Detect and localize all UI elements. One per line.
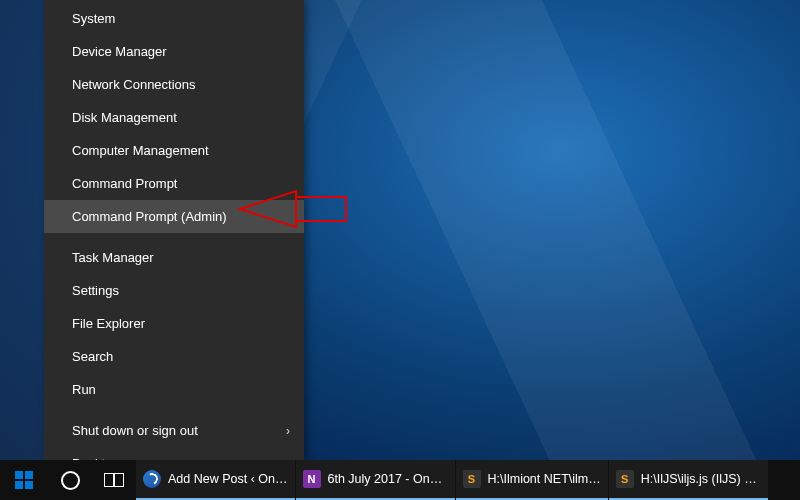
menu-item-label: Search <box>72 349 113 364</box>
winx-device-manager[interactable]: Device Manager <box>44 35 304 68</box>
taskbar-app-label: H:\IlJS\iljs.js (IlJS) - … <box>641 472 761 486</box>
winx-network-connections[interactable]: Network Connections <box>44 68 304 101</box>
taskbar-edge[interactable]: Add New Post ‹ On… <box>136 460 295 500</box>
taskbar-app-label: Add New Post ‹ On… <box>168 472 288 486</box>
svg-rect-6 <box>15 481 23 489</box>
cortana-button[interactable] <box>48 460 92 500</box>
menu-item-label: Task Manager <box>72 250 154 265</box>
taskbar: Add New Post ‹ On…N6th July 2017 - One…S… <box>0 460 800 500</box>
cortana-icon <box>61 471 80 490</box>
winx-system[interactable]: System <box>44 2 304 35</box>
winx-task-manager[interactable]: Task Manager <box>44 241 304 274</box>
menu-item-label: Run <box>72 382 96 397</box>
task-view-button[interactable] <box>92 460 136 500</box>
winx-computer-management[interactable]: Computer Management <box>44 134 304 167</box>
menu-item-label: Device Manager <box>72 44 167 59</box>
menu-item-label: Command Prompt <box>72 176 177 191</box>
winx-shutdown[interactable]: Shut down or sign out› <box>44 414 304 447</box>
chevron-right-icon: › <box>286 424 290 438</box>
menu-item-label: Network Connections <box>72 77 196 92</box>
onenote-icon: N <box>303 470 321 488</box>
winx-search[interactable]: Search <box>44 340 304 373</box>
menu-item-label: Disk Management <box>72 110 177 125</box>
winx-run[interactable]: Run <box>44 373 304 406</box>
menu-item-label: Computer Management <box>72 143 209 158</box>
windows-logo-icon <box>15 471 33 489</box>
taskbar-sublime-1[interactable]: SH:\Ilmiont NET\ilm… <box>456 460 608 500</box>
svg-rect-5 <box>25 471 33 479</box>
winx-file-explorer[interactable]: File Explorer <box>44 307 304 340</box>
winx-command-prompt[interactable]: Command Prompt <box>44 167 304 200</box>
taskbar-app-label: H:\Ilmiont NET\ilm… <box>488 472 601 486</box>
menu-item-label: Settings <box>72 283 119 298</box>
edge-icon <box>143 470 161 488</box>
taskbar-onenote[interactable]: N6th July 2017 - One… <box>296 460 455 500</box>
menu-item-label: Command Prompt (Admin) <box>72 209 227 224</box>
svg-rect-4 <box>15 471 23 479</box>
taskbar-app-label: 6th July 2017 - One… <box>328 472 448 486</box>
menu-item-label: System <box>72 11 115 26</box>
svg-rect-7 <box>25 481 33 489</box>
start-button[interactable] <box>0 460 48 500</box>
winx-menu: SystemDevice ManagerNetwork ConnectionsD… <box>44 0 304 460</box>
taskbar-sublime-2[interactable]: SH:\IlJS\iljs.js (IlJS) - … <box>609 460 768 500</box>
winx-command-prompt-admin[interactable]: Command Prompt (Admin) <box>44 200 304 233</box>
task-view-icon <box>104 473 124 487</box>
winx-settings[interactable]: Settings <box>44 274 304 307</box>
sublime-icon: S <box>616 470 634 488</box>
winx-disk-management[interactable]: Disk Management <box>44 101 304 134</box>
sublime-icon: S <box>463 470 481 488</box>
menu-item-label: File Explorer <box>72 316 145 331</box>
menu-item-label: Shut down or sign out <box>72 423 198 438</box>
